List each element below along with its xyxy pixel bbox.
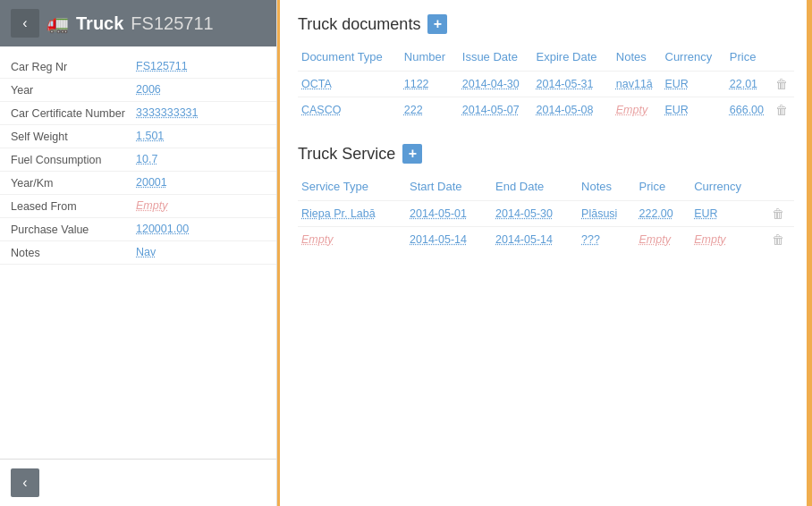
field-row: Year2006 [0,79,276,102]
field-row: Purchase Value120001.00 [0,218,276,241]
sidebar: ‹ 🚛 Truck FS125711 Car Reg NrFS125711Yea… [0,0,277,506]
field-value[interactable]: 1.501 [136,130,164,142]
field-row: Leased FromEmpty [0,195,276,218]
cell-value[interactable]: 1122 [404,78,429,90]
cell-value[interactable]: 2014-05-01 [410,207,467,220]
sidebar-back-button[interactable]: ‹ [11,9,39,38]
col-number: Number [401,46,459,72]
cell-value[interactable]: Empty [616,104,647,116]
field-value[interactable]: FS125711 [136,60,188,72]
cell-value[interactable]: OCTA [301,78,332,90]
services-section-header: Truck Service + [298,144,794,164]
col-action [768,176,794,201]
field-label: Year/Km [11,176,136,190]
field-row: Self Weight1.501 [0,125,276,148]
col-currency: Currency [662,46,726,72]
table-row: OCTA11222014-04-302014-05-31nav11āEUR22.… [298,72,794,97]
cell-value[interactable]: EUR [665,104,689,116]
cell-value[interactable]: Empty [301,233,333,246]
cell-value[interactable]: 22.01 [730,78,757,90]
field-row: NotesNav [0,241,276,265]
cell-value[interactable]: 2014-05-30 [495,207,553,220]
field-label: Self Weight [11,130,136,143]
col-expire-date: Expire Date [533,46,613,72]
field-row: Car Reg NrFS125711 [0,55,276,79]
add-document-button[interactable]: + [427,14,447,34]
col-currency: Currency [690,176,767,201]
field-label: Car Reg Nr [11,60,136,73]
cell-value[interactable]: EUR [665,78,689,90]
col-issue-date: Issue Date [459,46,533,72]
col-service-type: Service Type [298,176,406,201]
truck-icon: 🚛 [47,13,69,34]
field-value[interactable]: Empty [136,199,167,212]
table-row: Empty2014-05-142014-05-14???EmptyEmpty🗑 [298,227,794,253]
field-label: Year [11,83,136,97]
delete-icon[interactable]: 🗑 [775,103,788,117]
sidebar-title: Truck [76,13,123,34]
cell-value[interactable]: 2014-05-31 [537,78,594,90]
col-notes: Notes [578,176,635,201]
main-content: Truck documents + Document Type Number I… [277,0,812,506]
delete-icon[interactable]: 🗑 [772,207,784,221]
field-label: Leased From [11,199,136,213]
field-label: Car Certificate Number [11,106,136,120]
col-price: Price [726,46,773,72]
cell-value[interactable]: Plāsusi [581,207,617,220]
cell-value[interactable]: 2014-04-30 [462,78,520,90]
cell-value[interactable]: 222 [404,104,423,116]
col-action [772,46,794,72]
table-row: CASCO2222014-05-072014-05-08EmptyEUR666.… [298,97,794,123]
documents-table-header-row: Document Type Number Issue Date Expire D… [298,46,794,72]
col-doc-type: Document Type [298,46,401,72]
col-price: Price [636,176,691,201]
services-table-header-row: Service Type Start Date End Date Notes P… [298,176,794,201]
col-end-date: End Date [492,176,578,201]
add-service-button[interactable]: + [402,144,422,164]
field-value[interactable]: Nav [136,246,156,258]
documents-title: Truck documents [298,15,420,34]
collapse-sidebar-button[interactable]: ‹ [11,468,39,497]
cell-value[interactable]: 2014-05-08 [537,104,594,116]
field-value[interactable]: 20001 [136,176,167,189]
documents-section-header: Truck documents + [298,14,794,34]
field-label: Fuel Consumption [11,153,136,166]
sidebar-fields: Car Reg NrFS125711Year2006Car Certificat… [0,46,276,459]
services-table: Service Type Start Date End Date Notes P… [298,176,794,252]
table-row: Riepa Pr. Labā2014-05-012014-05-30Plāsus… [298,201,794,227]
col-start-date: Start Date [406,176,492,201]
cell-value[interactable]: nav11ā [616,78,653,90]
cell-value[interactable]: CASCO [301,104,341,116]
cell-value[interactable]: 2014-05-14 [495,233,553,246]
field-row: Year/Km20001 [0,172,276,195]
field-label: Notes [11,246,136,259]
sidebar-header: ‹ 🚛 Truck FS125711 [0,0,276,46]
field-row: Fuel Consumption10.7 [0,148,276,172]
documents-table: Document Type Number Issue Date Expire D… [298,46,794,122]
delete-icon[interactable]: 🗑 [772,232,784,247]
sidebar-subtitle: FS125711 [131,13,213,34]
cell-value[interactable]: 2014-05-07 [462,104,520,116]
field-value[interactable]: 3333333331 [136,106,199,119]
cell-value[interactable]: 666.00 [730,104,764,116]
cell-value[interactable]: Riepa Pr. Labā [301,207,376,220]
field-label: Purchase Value [11,223,136,236]
field-value[interactable]: 2006 [136,83,161,96]
cell-value[interactable]: ??? [581,233,600,246]
delete-icon[interactable]: 🗑 [775,77,788,91]
cell-value[interactable]: 2014-05-14 [410,233,467,246]
cell-value[interactable]: Empty [639,233,671,246]
cell-value[interactable]: Empty [694,233,725,246]
field-value[interactable]: 120001.00 [136,223,189,235]
cell-value[interactable]: EUR [694,207,717,220]
sidebar-footer: ‹ [0,459,276,506]
field-row: Car Certificate Number3333333331 [0,102,276,125]
services-title: Truck Service [298,145,395,164]
right-accent-bar [807,0,812,506]
field-value[interactable]: 10.7 [136,153,157,165]
cell-value[interactable]: 222.00 [639,207,673,220]
col-notes: Notes [613,46,662,72]
